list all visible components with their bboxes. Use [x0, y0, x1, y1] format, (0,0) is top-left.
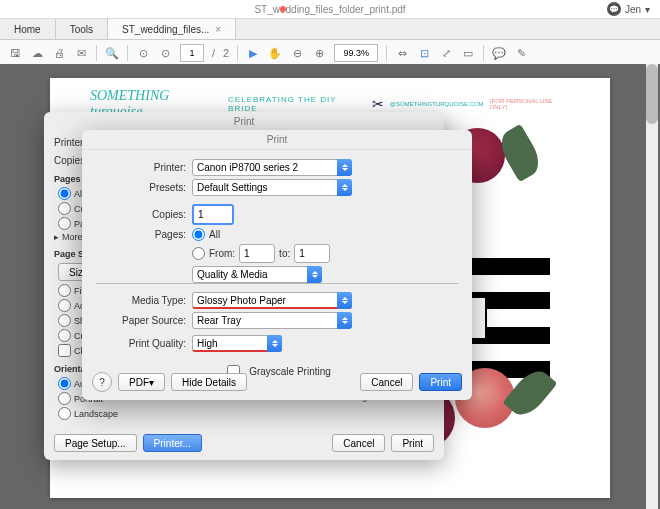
hide-details-button[interactable]: Hide Details — [171, 373, 247, 391]
opt-landscape[interactable] — [58, 407, 71, 420]
pdf-button[interactable]: PDF ▾ — [118, 373, 165, 391]
dlg2-print-button[interactable]: Print — [419, 373, 462, 391]
fit-width-icon[interactable]: ⇔ — [395, 46, 409, 60]
pages-from-radio[interactable] — [192, 247, 205, 260]
page-setup-button[interactable]: Page Setup... — [54, 434, 137, 452]
opt-choose[interactable] — [58, 344, 71, 357]
titlebar: ST_wedding_files_folder_print.pdf 💬 Jen … — [0, 0, 660, 19]
user-area[interactable]: 💬 Jen ▾ — [607, 2, 650, 16]
page-number-input[interactable] — [180, 44, 204, 62]
presets-label: Presets: — [96, 182, 186, 193]
expand-icon[interactable]: ⤢ — [439, 46, 453, 60]
to-input[interactable] — [294, 244, 330, 263]
toolbar: 🖫 ☁ 🖨 ✉ 🔍 ⊙ ⊙ / 2 ▶ ✋ ⊖ ⊕ ⇔ ⊡ ⤢ ▭ 💬 ✎ — [0, 40, 660, 67]
help-button[interactable]: ? — [92, 372, 112, 392]
dlg1-cancel-button[interactable]: Cancel — [332, 434, 385, 452]
scissors-icon: ✂ — [372, 96, 384, 112]
window: ST_wedding_files_folder_print.pdf 💬 Jen … — [0, 0, 660, 509]
opt-portrait[interactable] — [58, 392, 71, 405]
pointer-icon[interactable]: ▶ — [246, 46, 260, 60]
opt-shrink[interactable] — [58, 314, 71, 327]
media-label: Media Type: — [96, 295, 186, 306]
chat-icon[interactable]: 💬 — [607, 2, 621, 16]
close-tab-icon[interactable]: × — [215, 24, 221, 35]
section-select[interactable]: Quality & Media — [192, 266, 322, 283]
scrollbar[interactable] — [646, 64, 658, 509]
opt-pages[interactable] — [58, 217, 71, 230]
zoom-out-icon[interactable]: ⊖ — [290, 46, 304, 60]
dlg2-printer-select[interactable]: Canon iP8700 series 2 — [192, 159, 352, 176]
dlg2-printer-label: Printer: — [96, 162, 186, 173]
tabbar: Home Tools ST_wedding_files...× — [0, 19, 660, 40]
page-down-icon[interactable]: ⊙ — [158, 46, 172, 60]
tab-file[interactable]: ST_wedding_files...× — [108, 19, 236, 39]
opt-custom[interactable] — [58, 329, 71, 342]
source-label: Paper Source: — [96, 315, 186, 326]
opt-all[interactable] — [58, 187, 71, 200]
zoom-input[interactable] — [334, 44, 378, 62]
opt-auto[interactable] — [58, 377, 71, 390]
page-sep: / — [212, 47, 215, 59]
presets-select[interactable]: Default Settings — [192, 179, 352, 196]
tab-home[interactable]: Home — [0, 19, 56, 39]
paper-source-select[interactable]: Rear Tray — [192, 312, 352, 329]
printer-button[interactable]: Printer... — [143, 434, 202, 452]
from-input[interactable] — [239, 244, 275, 263]
dlg1-title: Print — [44, 112, 444, 131]
sign-icon[interactable]: ✎ — [514, 46, 528, 60]
fit-page-icon[interactable]: ⊡ — [417, 46, 431, 60]
dlg2-copies-label: Copies: — [96, 209, 186, 220]
opt-current[interactable] — [58, 202, 71, 215]
scrollbar-thumb[interactable] — [646, 64, 658, 124]
page-up-icon[interactable]: ⊙ — [136, 46, 150, 60]
pages-all-radio[interactable] — [192, 228, 205, 241]
user-name: Jen — [625, 4, 641, 15]
mail-icon[interactable]: ✉ — [74, 46, 88, 60]
window-filename: ST_wedding_files_folder_print.pdf — [254, 4, 405, 15]
dlg2-title: Print — [82, 130, 472, 150]
print-quality-select[interactable]: High — [192, 335, 282, 352]
print-dialog-front: Print Printer: Canon iP8700 series 2 Pre… — [82, 130, 472, 400]
chevron-down-icon[interactable]: ▾ — [645, 4, 650, 15]
dlg1-print-button[interactable]: Print — [391, 434, 434, 452]
copies-input[interactable] — [192, 204, 234, 225]
dlg2-pages-label: Pages: — [96, 229, 186, 240]
opt-actual[interactable] — [58, 299, 71, 312]
read-icon[interactable]: ▭ — [461, 46, 475, 60]
cloud-icon[interactable]: ☁ — [30, 46, 44, 60]
tab-tools[interactable]: Tools — [56, 19, 108, 39]
opt-fit[interactable] — [58, 284, 71, 297]
pdf-dot-icon — [280, 6, 286, 12]
dlg2-cancel-button[interactable]: Cancel — [360, 373, 413, 391]
print-icon[interactable]: 🖨 — [52, 46, 66, 60]
chevron-down-icon: ▾ — [149, 377, 154, 388]
zoom-in-icon[interactable]: ⊕ — [312, 46, 326, 60]
search-icon[interactable]: 🔍 — [105, 46, 119, 60]
save-icon[interactable]: 🖫 — [8, 46, 22, 60]
comment-icon[interactable]: 💬 — [492, 46, 506, 60]
quality-label: Print Quality: — [96, 338, 186, 349]
hand-icon[interactable]: ✋ — [268, 46, 282, 60]
media-type-select[interactable]: Glossy Photo Paper — [192, 292, 352, 309]
page-total: 2 — [223, 47, 229, 59]
